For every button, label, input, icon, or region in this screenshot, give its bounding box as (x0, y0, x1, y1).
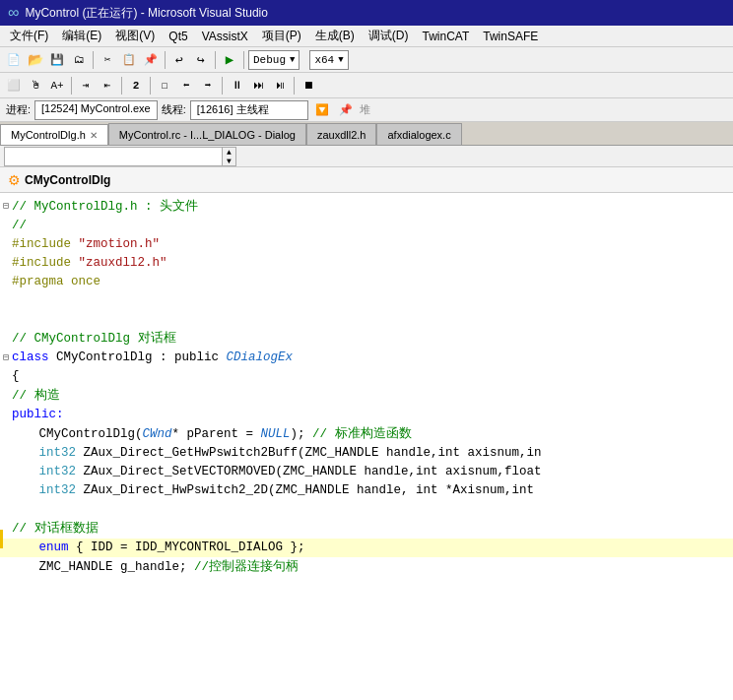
arch-dropdown-arrow: ▼ (338, 55, 343, 65)
app-icon: ∞ (8, 4, 19, 22)
sep3 (215, 51, 216, 69)
menu-project[interactable]: 项目(P) (256, 26, 307, 46)
line-content-11: // 构造 (12, 386, 733, 406)
arch-label: x64 (314, 54, 334, 66)
arch-dropdown[interactable]: x64 ▼ (309, 50, 348, 70)
thread-filter[interactable]: 🔽 (312, 100, 332, 120)
window-title: MyControl (正在运行) - Microsoft Visual Stud… (25, 5, 268, 22)
menu-view[interactable]: 视图(V) (109, 26, 161, 46)
line-content-14: int32 ZAux_Direct_GetHwPswitch2Buff(ZMC_… (12, 444, 733, 463)
code-line-4: #include "zauxdll2.h" (0, 254, 733, 273)
menu-edit[interactable]: 编辑(E) (56, 26, 107, 46)
line-content-20: ZMC_HANDLE g_handle; //控制器连接句柄 (12, 557, 733, 577)
code-lines: ⊟ // MyControlDlg.h : 头文件 // #i (0, 193, 733, 600)
line-content-3: #include "zmotion.h" (12, 235, 733, 254)
menu-twinsafe[interactable]: TwinSAFE (477, 28, 544, 45)
toolbar-redo[interactable]: ↪ (191, 50, 211, 70)
menu-vassistx[interactable]: VAssistX (196, 28, 254, 45)
code-int32-16: int32 (39, 483, 77, 497)
code-line-12: public: (0, 406, 733, 424)
nav-arrow-up[interactable]: ▲ (223, 148, 235, 157)
line-content-7 (12, 310, 733, 329)
code-line-2: // (0, 217, 733, 235)
process-dropdown[interactable]: [12524] MyControl.exe (34, 100, 158, 120)
code-comment-chinese-8: 对话框 (138, 331, 176, 345)
toolbar-new[interactable]: 📄 (4, 50, 24, 70)
code-line-9: ⊟ class CMyControlDlg : public CDialogEx (0, 349, 733, 367)
thread-dropdown[interactable]: [12616] 主线程 (190, 100, 308, 120)
tb2-indent[interactable]: ⇥ (76, 76, 96, 95)
thread-pin[interactable]: 📌 (336, 100, 356, 120)
toolbar-saveall[interactable]: 🗂 (69, 50, 89, 70)
code-line-11: // 构造 (0, 386, 733, 406)
code-editor: ⊟ // MyControlDlg.h : 头文件 // #i (0, 193, 733, 600)
menu-file[interactable]: 文件(F) (4, 26, 54, 46)
collapse-9[interactable]: ⊟ (0, 349, 12, 367)
code-line-3: #include "zmotion.h" (0, 235, 733, 254)
nav-arrow-down[interactable]: ▼ (223, 157, 235, 165)
tb2-step1[interactable]: ⏭ (248, 76, 268, 95)
toolbar-undo[interactable]: ↩ (169, 50, 189, 70)
code-classname: CMyControlDlg : public (56, 350, 227, 364)
tb2-num2[interactable]: 2 (126, 76, 146, 95)
tb2-end[interactable]: ⏹ (299, 76, 318, 95)
sep6 (121, 77, 122, 95)
line-content-12: public: (12, 406, 733, 424)
toolbar-1: 📄 📂 💾 🗂 ✂ 📋 📌 ↩ ↪ ▶ Debug ▼ x64 ▼ (0, 47, 733, 73)
code-line-17 (0, 500, 733, 519)
toolbar-paste[interactable]: 📌 (141, 50, 161, 70)
line-content-5: #pragma once (12, 273, 733, 291)
line-content-4: #include "zauxdll2.h" (12, 254, 733, 273)
tb2-cursor[interactable]: A+ (47, 76, 67, 95)
tab-mycontroldlg-h[interactable]: MyControlDlg.h ✕ (0, 124, 108, 146)
code-int32-14: int32 (39, 446, 77, 460)
tb2-unindent[interactable]: ⇤ (98, 76, 117, 95)
code-comment-11: // (12, 389, 34, 403)
tab-mycontrol-rc[interactable]: MyControl.rc - I...L_DIALOG - Dialog (108, 123, 306, 145)
tb2-nav2[interactable]: ➡ (198, 76, 218, 95)
tb2-pause[interactable]: ⏸ (227, 76, 246, 95)
toolbar-copy[interactable]: 📋 (119, 50, 139, 70)
code-comment-18: // (12, 522, 34, 536)
code-kw-public: public: (12, 408, 64, 421)
line-content-19: enum { IDD = IDD_MYCONTROL_DIALOG }; (12, 539, 733, 557)
process-label: 进程: (6, 102, 31, 117)
code-comment-20: // (194, 560, 209, 574)
sep4 (243, 51, 244, 69)
code-line-5: #pragma once (0, 273, 733, 291)
nav-dropdown[interactable] (5, 148, 222, 165)
code-null: NULL (261, 427, 291, 441)
code-comment-1: // MyControlDlg.h : (12, 200, 160, 214)
code-line-20: ZMC_HANDLE g_handle; //控制器连接句柄 (0, 557, 733, 577)
code-comment-chinese-18: 对话框数据 (34, 521, 99, 535)
tb2-2[interactable]: 🖱 (26, 76, 45, 95)
toolbar-save[interactable]: 💾 (47, 50, 67, 70)
menu-qt5[interactable]: Qt5 (163, 28, 193, 45)
sep8 (222, 77, 223, 95)
main-container: ∞ MyControl (正在运行) - Microsoft Visual St… (0, 0, 733, 700)
nav-arrows[interactable]: ▲ ▼ (222, 148, 235, 165)
menu-debug[interactable]: 调试(D) (363, 26, 415, 46)
tb2-box[interactable]: ☐ (155, 76, 174, 95)
menu-twincat[interactable]: TwinCAT (416, 28, 475, 45)
tab-zauxdll2-h[interactable]: zauxdll2.h (306, 123, 377, 145)
debug-mode-dropdown[interactable]: Debug ▼ (248, 50, 300, 70)
line-content-13: CMyControlDlg(CWnd* pParent = NULL); // … (12, 424, 733, 444)
line-content-15: int32 ZAux_Direct_SetVECTORMOVED(ZMC_HAN… (12, 463, 733, 481)
code-string-4: "zauxdll2.h" (79, 256, 167, 270)
sep7 (150, 77, 151, 95)
toolbar-start[interactable]: ▶ (220, 50, 239, 70)
code-line-18: // 对话框数据 (0, 519, 733, 539)
toolbar-cut[interactable]: ✂ (98, 50, 117, 70)
code-constructor3: ); (291, 427, 305, 441)
tb2-step2[interactable]: ⏯ (270, 76, 290, 95)
tb2-nav1[interactable]: ⬅ (176, 76, 196, 95)
tab-bar: MyControlDlg.h ✕ MyControl.rc - I...L_DI… (0, 122, 733, 146)
menu-build[interactable]: 生成(B) (309, 26, 361, 46)
code-func-14: ZAux_Direct_GetHwPswitch2Buff(ZMC_HANDLE… (76, 446, 542, 460)
toolbar-open[interactable]: 📂 (26, 50, 45, 70)
tab-close-0[interactable]: ✕ (90, 130, 98, 141)
tab-afxdialogex-c[interactable]: afxdialogex.c (376, 123, 461, 145)
collapse-1[interactable]: ⊟ (0, 197, 12, 216)
tb2-1[interactable]: ⬜ (4, 76, 24, 95)
